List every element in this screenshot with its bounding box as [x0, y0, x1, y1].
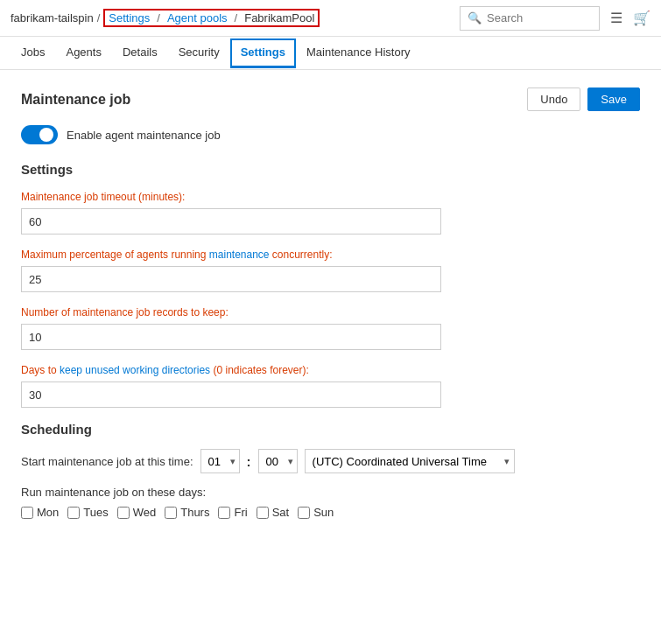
tab-agents[interactable]: Agents — [55, 38, 111, 68]
toggle-label: Enable agent maintenance job — [67, 129, 221, 142]
breadcrumb: fabrikam-tailspin / Settings / Agent poo… — [11, 9, 320, 27]
day-mon: Mon — [21, 506, 59, 519]
checkbox-thurs[interactable] — [165, 507, 177, 519]
settings-section-heading: Settings — [21, 162, 640, 177]
tab-jobs[interactable]: Jobs — [11, 38, 55, 68]
breadcrumb-sep-3: / — [235, 11, 238, 24]
day-label-sun: Sun — [313, 506, 334, 519]
fabrikampool-breadcrumb: FabrikamPool — [244, 11, 314, 24]
agent-pools-breadcrumb-link[interactable]: Agent pools — [167, 11, 228, 24]
undo-button[interactable]: Undo — [527, 88, 580, 111]
input-timeout[interactable] — [21, 208, 441, 234]
hour-select-wrapper: 01020304 05060708 09101112 13141516 1718… — [200, 449, 240, 473]
label-timeout: Maintenance job timeout (minutes): — [21, 191, 640, 203]
label-max-pct: Maximum percentage of agents running mai… — [21, 248, 640, 261]
day-wed: Wed — [117, 506, 157, 519]
main-content: Maintenance job Undo Save Enable agent m… — [0, 70, 661, 536]
tab-bar: Jobs Agents Details Security Settings Ma… — [0, 37, 661, 70]
checkbox-tues[interactable] — [67, 507, 80, 519]
tab-details[interactable]: Details — [112, 38, 168, 68]
top-bar: fabrikam-tailspin / Settings / Agent poo… — [0, 0, 661, 37]
maintenance-toggle[interactable] — [21, 125, 58, 144]
tab-settings[interactable]: Settings — [230, 38, 296, 68]
day-tues: Tues — [67, 506, 108, 519]
day-label-fri: Fri — [234, 506, 247, 519]
breadcrumb-sep-2: / — [157, 11, 160, 24]
timezone-select-wrapper: (UTC) Coordinated Universal Time (UTC-05… — [305, 449, 515, 473]
checkbox-sat[interactable] — [257, 507, 269, 519]
top-bar-right: 🔍 ☰ 🛒 — [460, 6, 650, 31]
days-row: Mon Tues Wed Thurs Fri Sat Sun — [21, 506, 640, 519]
checkbox-mon[interactable] — [21, 507, 33, 519]
input-max-pct[interactable] — [21, 266, 441, 292]
label-records: Number of maintenance job records to kee… — [21, 306, 640, 318]
checkbox-sun[interactable] — [298, 507, 310, 519]
time-colon: : — [247, 454, 251, 469]
minute-select-wrapper: 00153045 — [258, 449, 298, 473]
search-icon: 🔍 — [468, 11, 482, 24]
day-sat: Sat — [257, 506, 290, 519]
checkbox-wed[interactable] — [117, 507, 130, 519]
save-button[interactable]: Save — [587, 88, 640, 111]
settings-breadcrumb-link[interactable]: Settings — [109, 11, 150, 24]
schedule-start-row: Start maintenance job at this time: 0102… — [21, 449, 640, 473]
minute-select[interactable]: 00153045 — [258, 449, 298, 473]
timezone-select[interactable]: (UTC) Coordinated Universal Time (UTC-05… — [305, 449, 515, 473]
search-box: 🔍 — [460, 6, 600, 31]
breadcrumb-sep-1: / — [97, 11, 101, 24]
day-label-sat: Sat — [272, 506, 290, 519]
day-label-wed: Wed — [133, 506, 157, 519]
field-timeout: Maintenance job timeout (minutes): — [21, 191, 640, 234]
field-records: Number of maintenance job records to kee… — [21, 306, 640, 350]
search-input[interactable] — [487, 11, 583, 24]
field-days-keep: Days to keep unused working directories … — [21, 364, 640, 408]
day-sun: Sun — [298, 506, 334, 519]
day-label-thurs: Thurs — [180, 506, 209, 519]
section-header: Maintenance job Undo Save — [21, 88, 640, 111]
day-label-mon: Mon — [37, 506, 59, 519]
label-days-keep: Days to keep unused working directories … — [21, 364, 640, 376]
input-days-keep[interactable] — [21, 382, 441, 408]
section-title: Maintenance job — [21, 92, 130, 108]
toggle-row: Enable agent maintenance job — [21, 125, 640, 144]
btn-group: Undo Save — [527, 88, 640, 111]
day-label-tues: Tues — [83, 506, 108, 519]
toggle-slider — [21, 125, 58, 144]
scheduling-heading: Scheduling — [21, 422, 640, 437]
hour-select[interactable]: 01020304 05060708 09101112 13141516 1718… — [200, 449, 240, 473]
day-thurs: Thurs — [165, 506, 209, 519]
checkbox-fri[interactable] — [218, 507, 230, 519]
day-fri: Fri — [218, 506, 247, 519]
shopping-bag-button[interactable]: 🛒 — [633, 10, 650, 26]
tab-maintenance-history[interactable]: Maintenance History — [296, 38, 421, 68]
run-days-label: Run maintenance job on these days: — [21, 486, 640, 499]
input-records[interactable] — [21, 324, 441, 350]
org-name: fabrikam-tailspin — [11, 11, 94, 24]
schedule-start-label: Start maintenance job at this time: — [21, 455, 193, 468]
tab-security[interactable]: Security — [168, 38, 230, 68]
list-view-button[interactable]: ☰ — [610, 10, 622, 26]
field-max-pct: Maximum percentage of agents running mai… — [21, 248, 640, 292]
